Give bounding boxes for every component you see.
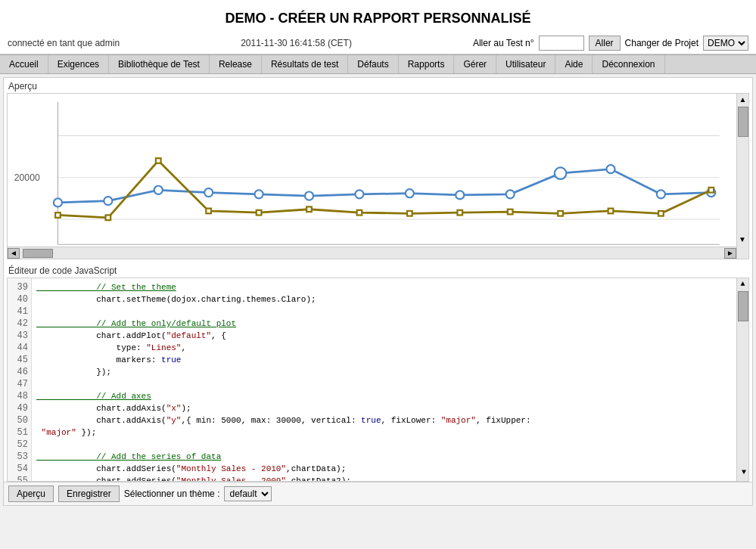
chart-svg: 20000 (8, 94, 736, 259)
user-info: connecté en tant que admin (8, 38, 120, 48)
svg-point-12 (305, 192, 313, 200)
svg-rect-22 (106, 215, 111, 220)
top-bar: connecté en tant que admin 2011-11-30 16… (0, 33, 756, 54)
chart-scrollbar-bottom[interactable]: ◄ ► (8, 247, 736, 259)
svg-point-9 (154, 186, 163, 194)
change-project-label: Changer de Projet (625, 38, 698, 48)
chart-scrollbar-right[interactable]: ▲ ▼ (736, 94, 748, 259)
code-scroll-thumb[interactable] (738, 291, 748, 321)
nav-accueil[interactable]: Accueil (0, 55, 48, 73)
svg-rect-28 (407, 211, 412, 216)
goto-label: Aller au Test n° (473, 38, 534, 48)
theme-select[interactable]: default claro soria nihilo tundra (224, 486, 272, 501)
nav-exigences[interactable]: Exigences (48, 55, 109, 73)
svg-point-19 (657, 190, 665, 198)
theme-label: Sélectionner un thème : (124, 489, 220, 499)
code-scroll-up[interactable]: ▲ (737, 278, 748, 290)
nav-bibliotheque[interactable]: Bibliothèque de Test (109, 55, 210, 73)
line-numbers: 3940414243 4445464748 4950515253 5455565… (8, 278, 32, 481)
project-select[interactable]: DEMO (703, 36, 748, 51)
code-scrollbar[interactable]: ▲ ▼ (736, 278, 748, 481)
code-editor[interactable]: 3940414243 4445464748 4950515253 5455565… (7, 278, 749, 482)
svg-point-10 (204, 188, 213, 197)
datetime: 2011-11-30 16:41:58 (CET) (241, 38, 352, 48)
page-title: DEMO - CRÉER UN RAPPORT PERSONNALISÉ (0, 0, 756, 33)
svg-point-14 (406, 189, 414, 197)
code-content[interactable]: // Set the theme chart.setTheme(dojox.ch… (32, 278, 736, 481)
svg-rect-34 (708, 188, 714, 193)
nav-utilisateur[interactable]: Utilisateur (496, 55, 555, 73)
svg-rect-23 (156, 158, 161, 163)
code-text: // Set the theme chart.setTheme(dojox.ch… (36, 281, 732, 481)
svg-text:20000: 20000 (14, 172, 40, 183)
code-area: 3940414243 4445464748 4950515253 5455565… (8, 278, 748, 481)
scroll-right-arrow[interactable]: ► (724, 248, 736, 259)
top-bar-right: Aller au Test n° Aller Changer de Projet… (473, 36, 748, 51)
code-scroll-down[interactable]: ▼ (740, 467, 748, 478)
scroll-right-thumb[interactable] (738, 107, 748, 137)
svg-point-18 (606, 165, 614, 173)
svg-rect-30 (508, 209, 513, 215)
save-button[interactable]: Enregistrer (58, 485, 120, 502)
svg-rect-25 (257, 210, 262, 216)
svg-point-8 (104, 197, 112, 205)
nav-defauts[interactable]: Défauts (348, 55, 398, 73)
goto-button[interactable]: Aller (589, 36, 621, 51)
nav-resultats[interactable]: Résultats de test (262, 55, 348, 73)
svg-point-17 (555, 167, 566, 178)
nav-gerer[interactable]: Gérer (454, 55, 496, 73)
scroll-bottom-thumb[interactable] (23, 249, 53, 258)
preview-label: Aperçu (4, 78, 752, 93)
svg-rect-29 (457, 210, 462, 216)
bottom-bar: Aperçu Enregistrer Sélectionner un thème… (4, 482, 752, 505)
scroll-left-arrow[interactable]: ◄ (8, 248, 20, 259)
svg-point-11 (255, 190, 263, 198)
svg-point-16 (506, 190, 515, 198)
goto-input[interactable] (539, 36, 584, 51)
main-content: Aperçu 20000 (3, 77, 753, 506)
nav-rapports[interactable]: Rapports (399, 55, 455, 73)
nav-deconnexion[interactable]: Déconnexion (593, 55, 664, 73)
nav-aide[interactable]: Aide (555, 55, 593, 73)
svg-rect-31 (558, 211, 563, 216)
svg-point-15 (456, 191, 464, 199)
chart-container: 20000 (7, 93, 749, 259)
scroll-up-arrow[interactable]: ▲ (737, 94, 748, 105)
editor-label: Éditeur de code JavaScript (4, 262, 752, 278)
svg-rect-32 (608, 209, 614, 214)
preview-button[interactable]: Aperçu (8, 485, 54, 502)
scroll-down-arrow[interactable]: ▼ (737, 234, 748, 245)
svg-rect-21 (55, 212, 61, 218)
navbar: Accueil Exigences Bibliothèque de Test R… (0, 54, 756, 74)
nav-release[interactable]: Release (210, 55, 262, 73)
svg-rect-26 (306, 206, 312, 212)
svg-rect-24 (206, 209, 211, 214)
svg-point-13 (355, 190, 363, 198)
editor-section: Éditeur de code JavaScript 3940414243 44… (4, 262, 752, 482)
svg-rect-27 (357, 210, 362, 216)
svg-rect-33 (658, 211, 664, 216)
svg-point-7 (54, 198, 62, 206)
